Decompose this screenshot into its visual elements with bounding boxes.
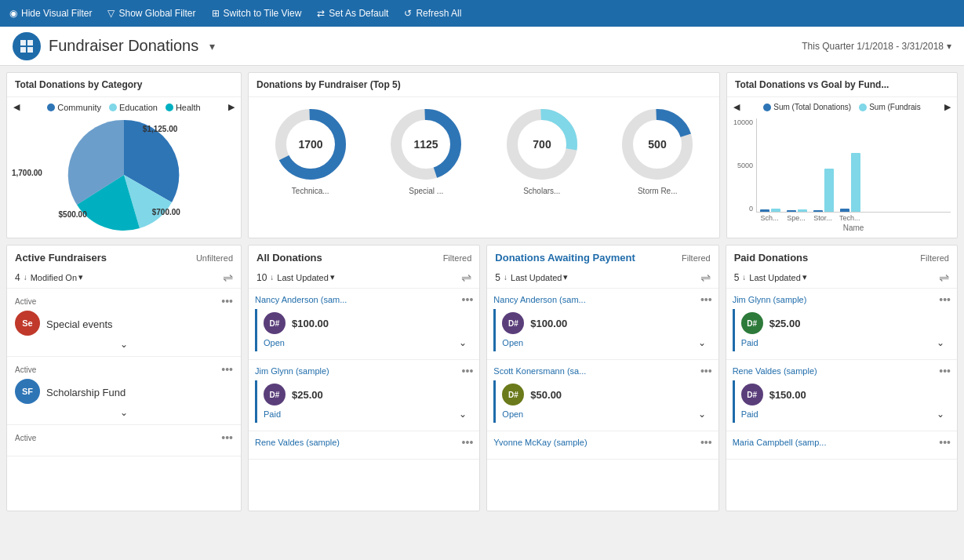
donut-label-4: Storm Re... [618,187,697,195]
content-area[interactable]: Total Donations by Category ◀ Community … [0,66,964,560]
await-sort-adjust[interactable]: ⇌ [700,270,711,285]
item2-name: Scholarship Fund [46,387,126,398]
donation-3-more[interactable]: ••• [462,436,474,449]
all-sort-down-icon[interactable]: ↓ [270,273,274,282]
bar-next-icon[interactable]: ▶ [944,102,951,112]
bar-chart-area: 10000 5000 0 [727,112,957,235]
list-item: Rene Valdes (sample) ••• [249,431,479,460]
await-3-more[interactable]: ••• [700,436,712,449]
switch-tile-view-btn[interactable]: ⊞ Switch to Tile View [212,8,302,19]
all-sort-adjust[interactable]: ⇌ [461,270,471,285]
list-item: Rene Valdes (sample) ••• D# $150.00 Paid… [726,360,957,431]
pie-nav: ◀ Community Education Health ▶ [7,97,241,112]
header-right: This Quarter 1/1/2018 - 3/31/2018 ▾ [802,41,951,52]
donation-avatar-1: D# [264,312,286,334]
paid-item-1: D# $25.00 Paid ⌄ [733,309,951,351]
donut-4: 500 Storm Re... [618,105,697,195]
expand-icon-2[interactable]: ⌄ [459,409,467,420]
await-name-3[interactable]: Yvonne McKay (sample) [493,438,587,447]
paid-expand-2[interactable]: ⌄ [937,409,944,420]
list-item: Active ••• [7,425,241,456]
donation-1-more[interactable]: ••• [462,293,474,306]
item1-status: Active [15,297,36,306]
active-fundraisers-list: Active ••• Se Special events ⌄ Active [7,289,241,456]
expand-icon-1[interactable]: ⌄ [459,337,467,348]
sort-down-icon[interactable]: ↓ [24,273,27,282]
title-dropdown[interactable]: ▾ [209,40,215,53]
all-sort-field[interactable]: Last Updated ▾ [277,272,334,282]
bar-legend: Sum (Total Donations) Sum (Fundrais [763,103,921,111]
y-label-10000: 10000 [733,118,753,126]
svg-rect-1 [27,40,33,45]
fundraiser-item-1: Active ••• [15,295,233,307]
donation-name-1[interactable]: Nancy Anderson (sam... [255,295,347,304]
app-icon [13,32,41,60]
paid-sort-adjust[interactable]: ⇌ [939,270,949,285]
y-label-5000: 5000 [733,162,753,169]
all-donations-list: Nancy Anderson (sam... ••• D# $100.00 Op… [249,289,479,460]
donations-awaiting-title: Donations Awaiting Payment [495,252,635,264]
list-item: Maria Campbell (samp... ••• [726,431,957,460]
item2-expand[interactable]: ⌄ [15,407,233,418]
donuts-row: 1700 Technica... 1125 Special ... [249,97,719,203]
await-2-more[interactable]: ••• [700,365,712,377]
sort-adjust-icon[interactable]: ⇌ [223,270,233,285]
legend-fundrais: Sum (Fundrais [859,103,921,111]
paid-name-1[interactable]: Jim Glynn (sample) [733,295,807,304]
date-dropdown-icon[interactable]: ▾ [947,41,951,52]
fundraiser-name-row-2: SF Scholarship Fund [15,379,233,404]
await-name-2[interactable]: Scott Konersmann (sa... [493,366,586,376]
await-expand-1[interactable]: ⌄ [698,337,706,348]
donation-name-3[interactable]: Rene Valdes (sample) [255,438,340,447]
bar-prev-icon[interactable]: ◀ [733,102,740,112]
paid-donations-panel: Paid Donations Filtered 5 ↓ Last Updated… [726,245,958,511]
item1-more[interactable]: ••• [221,295,233,307]
refresh-all-btn[interactable]: ↺ Refresh All [404,8,461,19]
paid-2-more[interactable]: ••• [939,365,951,377]
x-label-stor: Stor... [813,214,833,222]
await-name-1[interactable]: Nancy Anderson (sam... [493,295,585,304]
pie-next-icon[interactable]: ▶ [228,102,235,112]
donations-awaiting-header: Donations Awaiting Payment Filtered [487,245,718,267]
bar-goal-4 [851,153,860,212]
donation-name-2[interactable]: Jim Glynn (sample) [255,366,329,376]
sort-field[interactable]: Modified On ▾ [31,272,83,282]
fundraiser-item-3: Active ••• [15,431,233,444]
bar-donations-3 [813,210,823,212]
all-sort-chevron: ▾ [330,272,335,282]
paid-sort-field[interactable]: Last Updated ▾ [749,272,806,282]
bar-x-labels: Sch... Spe... Stor... Tech... [756,214,951,222]
avatar-sf: SF [15,379,40,404]
show-global-filter-btn[interactable]: ▽ Show Global Filter [107,8,195,19]
fundraiser-name-row-1: Se Special events [15,311,233,336]
item1-expand[interactable]: ⌄ [15,339,233,350]
donations-awaiting-filter: Filtered [682,253,711,263]
all-donations-header: All Donations Filtered [249,245,479,267]
donation-avatar-2: D# [264,384,286,405]
paid-1-more[interactable]: ••• [939,293,951,306]
pie-legend: Community Education Health [47,103,200,112]
item3-more[interactable]: ••• [221,431,233,444]
paid-name-3[interactable]: Maria Campbell (samp... [733,438,827,447]
await-expand-2[interactable]: ⌄ [698,409,706,420]
pie-prev-icon[interactable]: ◀ [13,102,20,112]
await-sort-down-icon[interactable]: ↓ [504,273,507,282]
item2-more[interactable]: ••• [221,363,233,376]
toolbar: ◉ Hide Visual Filter ▽ Show Global Filte… [0,0,964,27]
svg-rect-3 [27,47,33,53]
set-as-default-btn[interactable]: ⇄ Set As Default [317,8,388,19]
paid-avatar-2: D# [741,384,763,405]
hide-visual-filter-btn[interactable]: ◉ Hide Visual Filter [9,8,92,19]
all-donations-panel: All Donations Filtered 10 ↓ Last Updated… [248,245,480,511]
default-icon: ⇄ [317,8,325,19]
await-sort-field[interactable]: Last Updated ▾ [511,272,568,282]
donation-2-more[interactable]: ••• [462,365,474,377]
total-donations-dot [763,104,771,111]
await-amount-2: $50.00 [530,389,562,401]
paid-item-2: D# $150.00 Paid ⌄ [733,380,951,423]
paid-expand-1[interactable]: ⌄ [937,337,944,348]
paid-sort-down-icon[interactable]: ↓ [742,273,746,282]
paid-3-more[interactable]: ••• [939,436,951,449]
paid-name-2[interactable]: Rene Valdes (sample) [733,366,817,376]
await-1-more[interactable]: ••• [700,293,712,306]
